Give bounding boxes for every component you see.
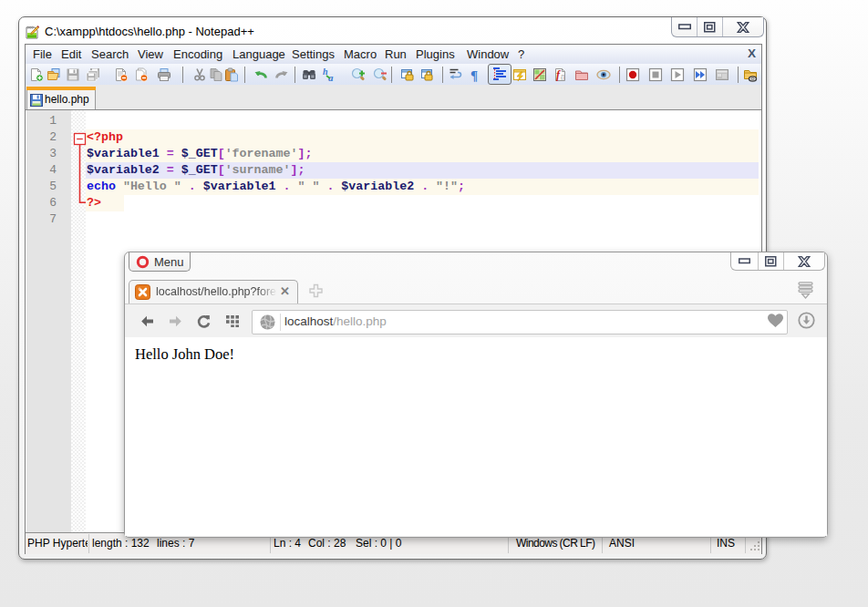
svg-text:{}: {}: [561, 74, 565, 81]
svg-text:¶: ¶: [470, 68, 478, 83]
